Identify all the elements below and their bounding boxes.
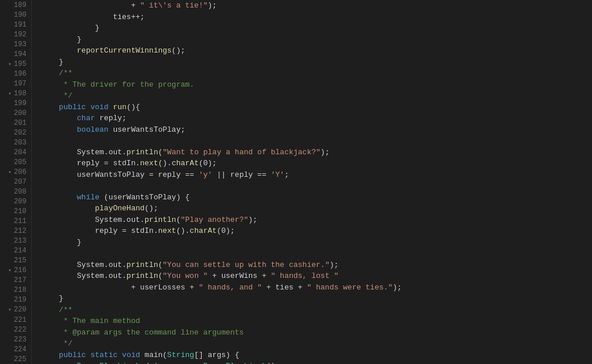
line-number: 199 bbox=[6, 98, 27, 108]
line-number: 202 bbox=[6, 128, 27, 138]
code-line: public void run(){ bbox=[41, 102, 592, 113]
code-line: char reply; bbox=[41, 113, 592, 124]
line-number: 192 bbox=[6, 29, 27, 39]
fold-arrow-icon[interactable]: ▾ bbox=[6, 90, 12, 97]
code-editor: 189190191192193194▾195196197▾19819920020… bbox=[0, 0, 592, 364]
code-line: reply = stdIn.next().charAt(0); bbox=[41, 158, 592, 169]
line-number: 221 bbox=[6, 315, 27, 325]
code-line: */ bbox=[41, 338, 592, 350]
code-line: boolean userWantsToPlay; bbox=[41, 124, 592, 136]
fold-arrow-icon[interactable]: ▾ bbox=[6, 267, 12, 274]
code-line: BuggyBlackjack driver = new BuggyBlackja… bbox=[41, 361, 592, 364]
line-number: 219 bbox=[6, 295, 27, 305]
line-number: 209 bbox=[6, 197, 27, 207]
code-line: * The main method bbox=[41, 315, 592, 327]
code-lines: + " it\'s a tie!"); ties++; } } reportCu… bbox=[32, 0, 592, 364]
code-line bbox=[41, 180, 592, 192]
code-line: while (userWantsToPlay) { bbox=[41, 192, 592, 203]
line-number: 189 bbox=[6, 0, 27, 10]
line-number: 210 bbox=[6, 207, 27, 217]
line-number: 204 bbox=[6, 147, 27, 157]
line-number: 223 bbox=[6, 335, 27, 344]
fold-arrow-icon[interactable]: ▾ bbox=[6, 61, 12, 68]
line-number: ▾216 bbox=[6, 266, 27, 276]
code-line: */ bbox=[41, 90, 592, 102]
line-numbers: 189190191192193194▾195196197▾19819920020… bbox=[0, 0, 32, 364]
code-line: userWantsToPlay = reply == 'y' || reply … bbox=[41, 169, 592, 181]
code-line: System.out.println("Play another?"); bbox=[41, 214, 592, 226]
line-number: 213 bbox=[6, 236, 27, 246]
code-line: + userLosses + " hands, and " + ties + "… bbox=[41, 282, 592, 294]
code-line: System.out.println("You can settle up wi… bbox=[41, 259, 592, 271]
fold-arrow-icon[interactable]: ▾ bbox=[6, 306, 12, 313]
line-number: 214 bbox=[6, 246, 27, 256]
line-number: ▾220 bbox=[6, 305, 27, 315]
code-line: /** bbox=[41, 304, 592, 316]
code-line: } bbox=[41, 237, 592, 248]
line-number: 211 bbox=[6, 217, 27, 226]
code-line: + " it\'s a tie!"); bbox=[41, 0, 592, 12]
line-number: 215 bbox=[6, 256, 27, 266]
code-line: public static void main(String[] args) { bbox=[41, 350, 592, 361]
code-line: playOneHand(); bbox=[41, 203, 592, 214]
line-number: 191 bbox=[6, 20, 27, 29]
line-number: 205 bbox=[6, 158, 27, 168]
line-number: 194 bbox=[6, 49, 27, 59]
line-number: 218 bbox=[6, 285, 27, 295]
line-number: 197 bbox=[6, 79, 27, 88]
fold-arrow-icon[interactable]: ▾ bbox=[6, 169, 12, 176]
line-number: ▾198 bbox=[6, 88, 27, 98]
code-line: } bbox=[41, 23, 592, 34]
line-number: ▾195 bbox=[6, 59, 27, 69]
code-line: } bbox=[41, 293, 592, 304]
code-area: 189190191192193194▾195196197▾19819920020… bbox=[0, 0, 592, 364]
line-number: 225 bbox=[6, 354, 27, 364]
code-line: } bbox=[41, 57, 592, 68]
code-line: * The driver for the program. bbox=[41, 79, 592, 91]
line-number: 201 bbox=[6, 118, 27, 128]
line-number: 196 bbox=[6, 69, 27, 79]
line-number: 200 bbox=[6, 108, 27, 118]
code-line: System.out.println("You won " + userWins… bbox=[41, 270, 592, 282]
code-line: * @param args the command line arguments bbox=[41, 327, 592, 339]
code-line: /** bbox=[41, 68, 592, 79]
line-number: 217 bbox=[6, 276, 27, 285]
code-line: } bbox=[41, 34, 592, 46]
line-number: 203 bbox=[6, 138, 27, 147]
code-line bbox=[41, 135, 592, 147]
line-number: ▾206 bbox=[6, 168, 27, 177]
line-number: 224 bbox=[6, 344, 27, 354]
line-number: 207 bbox=[6, 177, 27, 187]
code-line: reportCurrentWinnings(); bbox=[41, 45, 592, 57]
line-number: 212 bbox=[6, 226, 27, 236]
line-number: 222 bbox=[6, 325, 27, 335]
line-number: 190 bbox=[6, 10, 27, 20]
code-line: System.out.println("Want to play a hand … bbox=[41, 147, 592, 158]
code-line bbox=[41, 248, 592, 259]
code-line: reply = stdIn.next().charAt(0); bbox=[41, 225, 592, 237]
line-number: 208 bbox=[6, 187, 27, 197]
code-line: ties++; bbox=[41, 12, 592, 23]
line-number: 193 bbox=[6, 39, 27, 49]
